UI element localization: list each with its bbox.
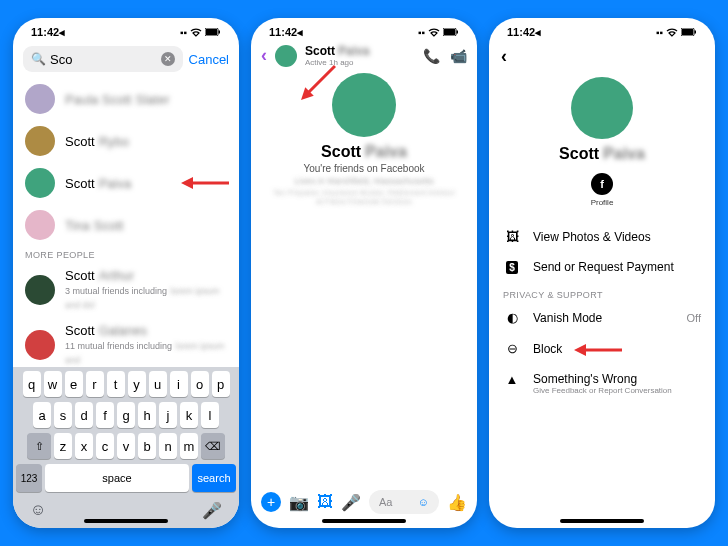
key-y[interactable]: y [128,371,146,397]
avatar [25,210,55,240]
keyboard: qwertyuiop asdfghjkl ⇧ zxcvbnm ⌫ 123 spa… [13,367,239,528]
search-key[interactable]: search [192,464,236,492]
key-a[interactable]: a [33,402,51,428]
search-bar: 🔍 Sco ✕ Cancel [13,42,239,78]
bio-label: Tax Preparer, Insurance Broker, Retireme… [251,188,477,206]
avatar [25,275,55,305]
status-bar: 11:42◂ ▪▪ [251,18,477,42]
avatar [25,168,55,198]
add-icon[interactable]: + [261,492,281,512]
clear-icon[interactable]: ✕ [161,52,175,66]
pointer-arrow-icon [181,176,229,190]
phone-chat: 11:42◂ ▪▪ ‹ ScottPaiva Active 1h ago 📞 📹… [251,18,477,528]
like-icon[interactable]: 👍 [447,493,467,512]
vanish-value: Off [687,312,701,324]
result-row[interactable]: ScottPaiva [13,162,239,204]
results-list: Paula ScottSlater ScottRybo ScottPaiva T… [13,78,239,367]
sticker-icon[interactable]: ☺ [418,496,429,508]
key-h[interactable]: h [138,402,156,428]
key-e[interactable]: e [65,371,83,397]
svg-rect-1 [206,29,217,35]
privacy-header: PRIVACY & SUPPORT [489,282,715,302]
audio-call-icon[interactable]: 📞 [423,48,440,64]
contact-name: ScottPaiva [559,145,645,163]
key-u[interactable]: u [149,371,167,397]
svg-rect-2 [219,31,221,34]
key-w[interactable]: w [44,371,62,397]
key-m[interactable]: m [180,433,198,459]
key-c[interactable]: c [96,433,114,459]
pointer-arrow-icon [573,343,623,357]
key-o[interactable]: o [191,371,209,397]
home-indicator[interactable] [84,519,168,523]
result-row[interactable]: ScottArthur 3 mutual friends including l… [13,262,239,317]
key-f[interactable]: f [96,402,114,428]
result-row[interactable]: Paula ScottSlater [13,78,239,120]
phone-search: 11:42◂ ▪▪ 🔍 Sco ✕ Cancel Paula ScottSlat… [13,18,239,528]
space-key[interactable]: space [45,464,189,492]
key-x[interactable]: x [75,433,93,459]
somethings-wrong[interactable]: ▲ Something's Wrong Give Feedback or Rep… [489,364,715,403]
key-s[interactable]: s [54,402,72,428]
result-row[interactable]: ScottGalanes 11 mutual friends including… [13,317,239,367]
search-icon: 🔍 [31,52,46,66]
emoji-key[interactable]: ☺ [30,501,46,520]
chat-header[interactable]: ‹ ScottPaiva Active 1h ago 📞 📹 [251,42,477,69]
message-input[interactable]: Aa ☺ [369,490,439,514]
friends-label: You're friends on Facebook [303,163,424,174]
lives-label: Lives in Marshfield, Massachusetts [294,176,434,186]
avatar [25,330,55,360]
key-r[interactable]: r [86,371,104,397]
phone-profile: 11:42◂ ▪▪ ‹ ScottPaiva f Profile 🖼 View … [489,18,715,528]
avatar [332,73,396,137]
result-row[interactable]: ScottRybo [13,120,239,162]
result-row[interactable]: TinaScott [13,204,239,246]
chat-body: ScottPaiva You're friends on Facebook Li… [251,69,477,484]
home-indicator[interactable] [322,519,406,523]
key-j[interactable]: j [159,402,177,428]
home-indicator[interactable] [560,519,644,523]
contact-name: ScottPaiva [321,143,407,161]
svg-rect-11 [682,29,693,35]
cancel-button[interactable]: Cancel [189,52,229,67]
mic-key[interactable]: 🎤 [202,501,222,520]
key-l[interactable]: l [201,402,219,428]
key-g[interactable]: g [117,402,135,428]
key-k[interactable]: k [180,402,198,428]
avatar[interactable] [571,77,633,139]
view-photos[interactable]: 🖼 View Photos & Videos [489,221,715,252]
back-button[interactable]: ‹ [261,45,267,66]
block-icon: ⊖ [503,341,521,356]
key-b[interactable]: b [138,433,156,459]
avatar [25,84,55,114]
numbers-key[interactable]: 123 [16,464,42,492]
shift-key[interactable]: ⇧ [27,433,51,459]
key-v[interactable]: v [117,433,135,459]
backspace-key[interactable]: ⌫ [201,433,225,459]
key-i[interactable]: i [170,371,188,397]
send-payment[interactable]: $ Send or Request Payment [489,252,715,282]
key-d[interactable]: d [75,402,93,428]
video-call-icon[interactable]: 📹 [450,48,467,64]
warning-icon: ▲ [503,372,521,387]
active-status: Active 1h ago [305,58,369,67]
key-z[interactable]: z [54,433,72,459]
search-input[interactable]: 🔍 Sco ✕ [23,46,183,72]
vanish-mode[interactable]: ◐ Vanish Mode Off [489,302,715,333]
photos-icon: 🖼 [503,229,521,244]
avatar[interactable] [275,45,297,67]
key-q[interactable]: q [23,371,41,397]
more-people-header: MORE PEOPLE [13,246,239,262]
camera-icon[interactable]: 📷 [289,493,309,512]
payment-icon: $ [503,261,521,274]
profile-button[interactable]: f Profile [591,173,614,207]
block[interactable]: ⊖ Block [489,333,715,364]
key-p[interactable]: p [212,371,230,397]
key-n[interactable]: n [159,433,177,459]
mic-icon[interactable]: 🎤 [341,493,361,512]
profile-menu: 🖼 View Photos & Videos $ Send or Request… [489,221,715,403]
gallery-icon[interactable]: 🖼 [317,493,333,511]
key-t[interactable]: t [107,371,125,397]
back-button[interactable]: ‹ [501,46,507,67]
keyboard-row: asdfghjkl [16,402,236,428]
